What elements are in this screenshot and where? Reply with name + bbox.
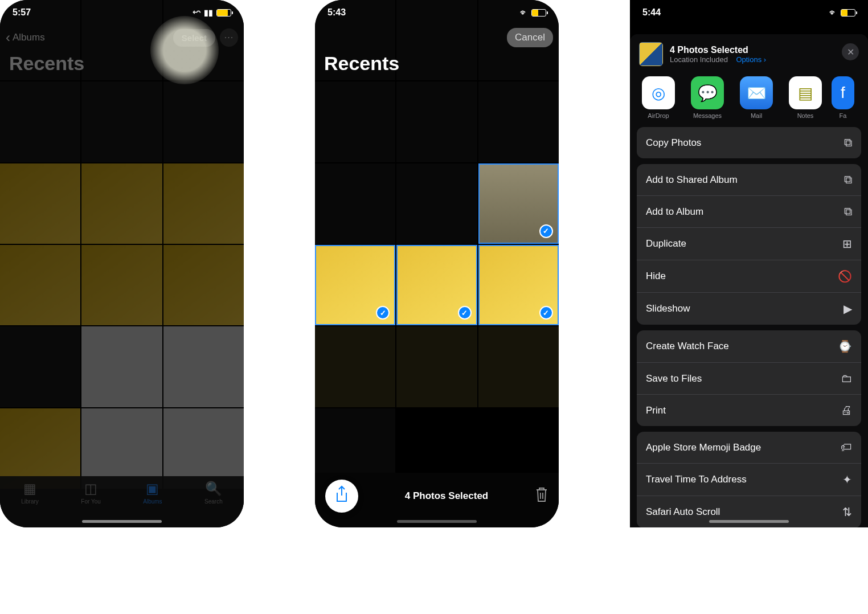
tab-albums[interactable]: ▣ Albums bbox=[143, 481, 162, 505]
photo-thumb[interactable] bbox=[163, 245, 244, 325]
photo-thumb[interactable] bbox=[0, 326, 80, 407]
status-bar: 5:43 ᯤ bbox=[315, 0, 559, 25]
share-sheet: 4 Photos Selected Location Included Opti… bbox=[630, 34, 868, 527]
delete-button[interactable] bbox=[535, 486, 548, 506]
photo-thumb-selected[interactable]: ✓ bbox=[478, 245, 559, 325]
action-save-files[interactable]: Save to Files 🗀 bbox=[637, 363, 861, 395]
wifi-icon: ⬿ bbox=[193, 8, 200, 17]
wifi-icon: ᯤ bbox=[520, 8, 528, 17]
home-indicator[interactable] bbox=[397, 520, 477, 523]
folder-icon: 🗀 bbox=[841, 372, 852, 385]
signal-icon: ▮▮ bbox=[204, 8, 213, 17]
status-indicators: ᯤ bbox=[520, 8, 546, 17]
photo-thumb[interactable] bbox=[0, 163, 80, 244]
share-targets-row[interactable]: ◎ AirDrop 💬 Messages ✉️ Mail ▤ Notes f F… bbox=[630, 74, 868, 127]
actions-list: Copy Photos ⧉ Add to Shared Album ⧉ Add … bbox=[630, 127, 868, 527]
header-thumbnail bbox=[639, 42, 663, 66]
mail-icon: ✉️ bbox=[740, 76, 773, 109]
photo-thumb[interactable] bbox=[396, 81, 477, 162]
screen-3-share-sheet: 5:44 ᯤ 4 Photos Selected Location Includ… bbox=[630, 0, 868, 527]
trash-icon bbox=[535, 486, 548, 502]
photo-thumb[interactable] bbox=[81, 163, 162, 244]
action-add-album[interactable]: Add to Album ⧉ bbox=[637, 196, 861, 228]
photo-thumb-selected[interactable]: ✓ bbox=[315, 245, 395, 325]
action-group-1: Copy Photos ⧉ bbox=[637, 127, 861, 158]
back-label: Albums bbox=[13, 32, 45, 43]
shared-album-icon: ⧉ bbox=[844, 173, 852, 186]
photo-thumb-selected[interactable]: ✓ bbox=[396, 245, 477, 325]
battery-icon bbox=[841, 9, 855, 17]
action-copy-photos[interactable]: Copy Photos ⧉ bbox=[637, 127, 861, 158]
screen-2-photos-selection: 5:43 ᯤ ✓ ✓ ✓ ✓ Cancel bbox=[315, 0, 559, 527]
action-travel-time[interactable]: Travel Time To Address ✦ bbox=[637, 464, 861, 496]
action-print-dimmed[interactable]: Print 🖨 bbox=[637, 395, 861, 426]
facebook-icon: f bbox=[832, 76, 854, 109]
share-sheet-title: 4 Photos Selected bbox=[670, 45, 766, 55]
tab-search[interactable]: 🔍 Search bbox=[204, 481, 223, 505]
photo-thumb[interactable] bbox=[0, 81, 80, 162]
wifi-icon: ᯤ bbox=[829, 8, 837, 17]
home-indicator[interactable] bbox=[82, 520, 162, 523]
share-target-airdrop[interactable]: ◎ AirDrop bbox=[639, 76, 678, 119]
sparkle-icon: ✦ bbox=[842, 473, 852, 486]
action-watch-face[interactable]: Create Watch Face ⌚ bbox=[637, 330, 861, 363]
copy-icon: ⧉ bbox=[844, 136, 852, 149]
photo-thumb[interactable] bbox=[315, 326, 395, 407]
tab-library[interactable]: ▦ Library bbox=[21, 481, 39, 505]
ellipsis-icon: ··· bbox=[224, 32, 234, 43]
options-link[interactable]: Options › bbox=[736, 55, 766, 64]
share-button[interactable] bbox=[325, 480, 358, 513]
more-button[interactable]: ··· bbox=[220, 28, 238, 47]
photo-thumb[interactable] bbox=[396, 163, 477, 244]
photo-thumb[interactable] bbox=[81, 245, 162, 325]
back-button[interactable]: ‹ Albums bbox=[6, 30, 45, 46]
checkmark-icon: ✓ bbox=[539, 224, 553, 238]
share-sheet-header: 4 Photos Selected Location Included Opti… bbox=[630, 34, 868, 74]
action-duplicate[interactable]: Duplicate ⊞ bbox=[637, 228, 861, 260]
selected-count-label: 4 Photos Selected bbox=[405, 490, 488, 502]
cancel-button[interactable]: Cancel bbox=[507, 28, 553, 47]
scroll-icon: ⇅ bbox=[842, 505, 852, 519]
photo-thumb[interactable] bbox=[396, 326, 477, 407]
photo-thumb[interactable] bbox=[163, 163, 244, 244]
photo-thumb[interactable] bbox=[81, 326, 162, 407]
share-icon bbox=[334, 485, 349, 507]
photo-thumb[interactable] bbox=[81, 81, 162, 162]
status-time: 5:43 bbox=[327, 7, 346, 18]
status-indicators: ⬿ ▮▮ bbox=[193, 8, 231, 17]
slideshow-icon: ▶ bbox=[844, 302, 852, 316]
battery-icon bbox=[531, 9, 546, 17]
home-indicator[interactable] bbox=[709, 520, 789, 523]
status-bar: 5:57 ⬿ ▮▮ bbox=[0, 0, 244, 25]
share-target-mail[interactable]: ✉️ Mail bbox=[737, 76, 776, 119]
photo-thumb[interactable] bbox=[315, 163, 395, 244]
albums-icon: ▣ bbox=[146, 481, 159, 497]
close-button[interactable]: ✕ bbox=[842, 43, 859, 60]
photo-thumb[interactable] bbox=[163, 326, 244, 407]
photo-thumb[interactable] bbox=[315, 81, 395, 162]
hide-icon: 🚫 bbox=[838, 269, 852, 283]
library-icon: ▦ bbox=[23, 481, 36, 497]
select-button[interactable]: Select bbox=[173, 29, 215, 47]
page-title: Recents bbox=[9, 52, 84, 75]
share-target-notes[interactable]: ▤ Notes bbox=[786, 76, 825, 119]
notes-icon: ▤ bbox=[789, 76, 822, 109]
action-slideshow[interactable]: Slideshow ▶ bbox=[637, 293, 861, 325]
action-add-shared-album[interactable]: Add to Shared Album ⧉ bbox=[637, 164, 861, 196]
share-target-messages[interactable]: 💬 Messages bbox=[688, 76, 727, 119]
photo-thumb[interactable] bbox=[0, 245, 80, 325]
photo-thumb-selected[interactable]: ✓ bbox=[478, 163, 559, 244]
chevron-left-icon: ‹ bbox=[6, 30, 10, 46]
tag-icon: 🏷 bbox=[841, 441, 852, 454]
share-target-facebook[interactable]: f Fa bbox=[835, 76, 851, 119]
action-memoji-badge[interactable]: Apple Store Memoji Badge 🏷 bbox=[637, 432, 861, 464]
photo-thumb[interactable] bbox=[478, 326, 559, 407]
tab-foryou[interactable]: ◫ For You bbox=[81, 481, 100, 505]
action-hide[interactable]: Hide 🚫 bbox=[637, 260, 861, 293]
status-time: 5:57 bbox=[13, 7, 31, 18]
airdrop-icon: ◎ bbox=[642, 76, 675, 109]
photo-thumb[interactable] bbox=[478, 81, 559, 162]
photo-thumb[interactable] bbox=[163, 81, 244, 162]
search-icon: 🔍 bbox=[205, 481, 222, 497]
status-time: 5:44 bbox=[642, 7, 661, 18]
